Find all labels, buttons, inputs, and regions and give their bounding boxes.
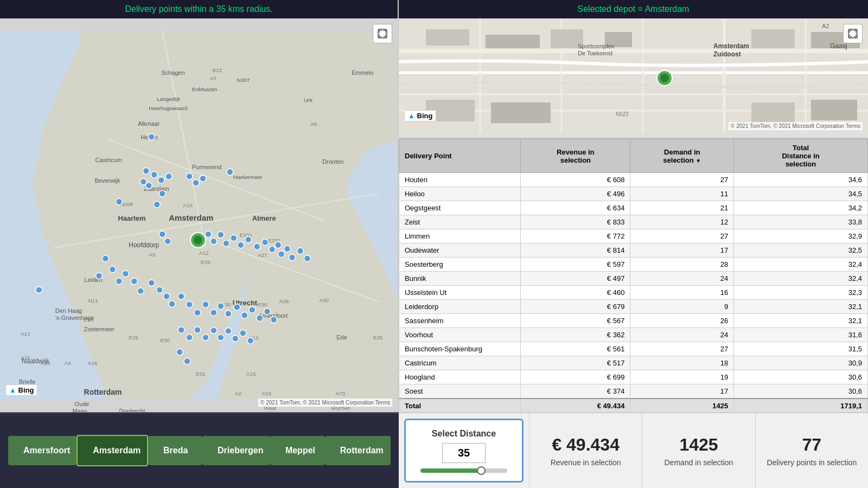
cell-revenue: € 634 [521, 201, 630, 215]
svg-point-75 [148, 133, 155, 140]
svg-point-131 [264, 309, 271, 315]
cell-name: Oudewater [399, 243, 521, 258]
svg-rect-157 [426, 29, 469, 46]
cell-demand: 18 [630, 356, 734, 370]
table-total-row: Total € 49.434 1425 1719,1 [399, 399, 868, 412]
right-map-attribution: © 2021 TomTom, © 2021 Microsoft Corporat… [729, 122, 863, 130]
svg-point-84 [200, 175, 206, 182]
svg-point-117 [156, 287, 163, 293]
svg-text:Heerhugowaard: Heerhugowaard [149, 105, 187, 111]
delivery-points-label: Delivery points in selection [767, 458, 857, 467]
svg-point-99 [245, 236, 252, 243]
table-row: Limmen € 772 27 32,9 [399, 229, 868, 243]
cell-demand: 27 [630, 342, 734, 356]
svg-text:Castricum: Castricum [95, 157, 122, 163]
svg-text:Beverwijk: Beverwijk [95, 177, 120, 184]
svg-point-130 [257, 314, 263, 321]
svg-text:De Toekomst: De Toekomst [578, 50, 612, 56]
depot-btn-driebergen[interactable]: Driebergen [202, 436, 270, 465]
svg-text:A12: A12 [199, 250, 209, 256]
cell-revenue: € 679 [521, 300, 630, 314]
svg-point-125 [218, 303, 224, 310]
demand-label: Demand in selection [665, 458, 733, 467]
svg-text:Amsterdam: Amsterdam [169, 213, 213, 222]
svg-text:A15: A15 [21, 355, 30, 361]
svg-point-95 [218, 232, 224, 238]
col-header-name: Delivery Point [399, 139, 521, 173]
revenue-stat-card: € 49.434 Revenue in selection [529, 413, 642, 488]
svg-text:Dronten: Dronten [322, 158, 343, 165]
svg-text:E25: E25 [129, 335, 138, 341]
svg-text:Enkhuizen: Enkhuizen [192, 86, 218, 92]
total-demand: 1425 [630, 399, 734, 412]
table-row: Heiloo € 496 11 34,5 [399, 187, 868, 201]
cell-name: Castricum [399, 356, 521, 370]
col-header-distance: TotalDistance inselection [734, 139, 868, 173]
svg-text:Emmelo: Emmelo [352, 69, 373, 76]
svg-point-111 [96, 273, 103, 279]
table-row: Zeist € 833 12 33,8 [399, 215, 868, 229]
distance-slider-thumb[interactable] [477, 466, 486, 475]
cell-revenue: € 497 [521, 272, 630, 286]
svg-text:Maas: Maas [73, 408, 87, 412]
svg-rect-162 [491, 102, 551, 123]
svg-point-107 [297, 248, 304, 254]
cell-distance: 32,1 [734, 314, 868, 328]
svg-point-134 [186, 334, 193, 341]
svg-point-112 [116, 278, 122, 285]
depot-btn-breda[interactable]: Breda [148, 436, 202, 465]
cell-distance: 34,2 [734, 201, 868, 215]
cell-demand: 24 [630, 328, 734, 342]
cell-distance: 31,6 [734, 328, 868, 342]
depot-btn-meppel[interactable]: Meppel [270, 436, 325, 465]
svg-text:Sportcomplex: Sportcomplex [578, 43, 615, 49]
data-table-container[interactable]: Delivery Point Revenue inselection Deman… [399, 138, 868, 412]
svg-text:A15: A15 [246, 371, 256, 377]
svg-text:Markermeer: Markermeer [233, 174, 263, 180]
svg-text:Langedijk: Langedijk [157, 96, 180, 102]
svg-point-102 [269, 246, 276, 253]
depot-btn-amsterdam[interactable]: Amsterdam [76, 435, 148, 466]
revenue-value: € 49.434 [552, 435, 620, 455]
cell-distance: 32,3 [734, 286, 868, 300]
cell-name: Hoogland [399, 370, 521, 384]
depot-btn-rotterdam[interactable]: Rotterdam [325, 436, 391, 465]
delivery-points-stat-card: 77 Delivery points in selection [755, 413, 868, 488]
cell-demand: 11 [630, 187, 734, 201]
distance-slider-track[interactable] [420, 468, 507, 473]
table-row: Oegstgeest € 634 21 34,2 [399, 201, 868, 215]
right-map-expand-button[interactable] [843, 24, 863, 43]
svg-text:Zoetermeer: Zoetermeer [84, 326, 115, 332]
cell-revenue: € 814 [521, 243, 630, 258]
svg-rect-166 [811, 100, 857, 120]
left-map-container: Schagen Langedijk Heerhugowaard Alkmaar … [0, 18, 398, 412]
cell-demand: 27 [630, 229, 734, 243]
svg-point-122 [194, 310, 201, 316]
left-map-expand-button[interactable] [373, 24, 392, 43]
svg-point-136 [202, 334, 209, 341]
svg-text:A10: A10 [183, 202, 193, 208]
cell-distance: 32,1 [734, 300, 868, 314]
cell-name: Heiloo [399, 187, 521, 201]
svg-text:A5: A5 [149, 252, 156, 258]
svg-point-79 [158, 177, 164, 183]
right-panel: Selected depot = Amsterdam [399, 0, 868, 412]
svg-text:Almere: Almere [252, 214, 276, 222]
cell-name: Soesterberg [399, 258, 521, 272]
depot-btn-amersfoort[interactable]: Amersfoort [8, 436, 76, 465]
cell-distance: 34,5 [734, 187, 868, 201]
col-header-demand[interactable]: Demand inselection ▼ [630, 139, 734, 173]
cell-distance: 30,9 [734, 356, 868, 370]
svg-point-82 [186, 173, 193, 179]
svg-text:A2: A2 [822, 23, 829, 29]
total-distance: 1719,1 [734, 399, 868, 412]
svg-point-138 [218, 334, 224, 341]
cell-revenue: € 699 [521, 370, 630, 384]
cell-demand: 28 [630, 258, 734, 272]
svg-point-139 [225, 328, 232, 334]
svg-text:Purmerend: Purmerend [192, 164, 221, 170]
table-row: Oudewater € 814 17 32,5 [399, 243, 868, 258]
select-distance-box[interactable]: Select Distance 35 [404, 419, 524, 483]
svg-text:Hoofddorp: Hoofddorp [129, 241, 159, 249]
svg-text:Rotterdam: Rotterdam [84, 388, 122, 396]
